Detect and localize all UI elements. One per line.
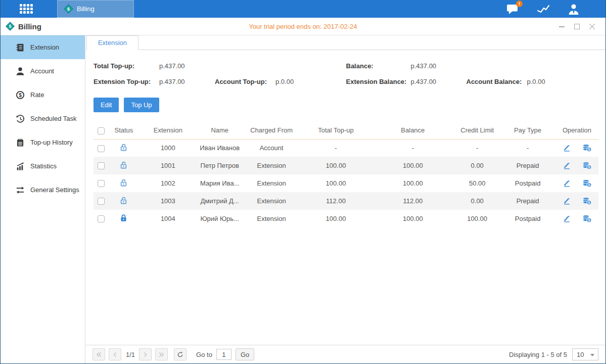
cell-status xyxy=(109,139,139,157)
lock-open-icon[interactable] xyxy=(119,196,128,205)
page-size-select[interactable]: 10 xyxy=(572,348,598,360)
refresh-icon xyxy=(177,351,183,358)
app-grid-menu-icon[interactable] xyxy=(20,4,35,14)
row-checkbox[interactable] xyxy=(98,180,105,187)
chevron-down-icon xyxy=(590,354,594,356)
top-up-coins-icon[interactable]: $ xyxy=(582,161,592,170)
sidebar-item-rate[interactable]: $ Rate xyxy=(1,83,85,107)
cell-credit-limit: 50.00 xyxy=(454,174,500,192)
top-up-coins-icon[interactable]: $ xyxy=(582,144,592,152)
cell-extension: 1000 xyxy=(139,139,197,157)
cell-pay-type: Postpaid xyxy=(500,210,555,228)
col-header-pay-type: Pay Type xyxy=(500,122,555,139)
billing-app-window: $ Billing ! xyxy=(0,0,606,364)
cell-pay-type: Postpaid xyxy=(500,174,555,192)
edit-button[interactable]: Edit xyxy=(94,98,119,112)
user-account-button[interactable] xyxy=(566,3,581,16)
minimize-icon[interactable] xyxy=(558,23,565,30)
table-row[interactable]: 1002 Мария Ива... Extension 100.00 100.0… xyxy=(94,174,598,192)
edit-pencil-icon[interactable] xyxy=(563,179,571,188)
row-checkbox[interactable] xyxy=(98,162,105,169)
dollar-circle-icon: $ xyxy=(16,90,25,100)
window-title-bar: $ Billing Your trial period ends on: 201… xyxy=(1,18,605,35)
table-row[interactable]: 1003 Дмитрий Д... Extension 112.00 112.0… xyxy=(94,192,598,210)
lock-open-icon[interactable] xyxy=(119,143,128,152)
extensions-table: Status Extension Name Charged From Total… xyxy=(94,122,598,228)
sidebar-item-scheduled-task[interactable]: Scheduled Task xyxy=(1,107,85,130)
go-button[interactable]: Go xyxy=(236,348,254,360)
edit-pencil-icon[interactable] xyxy=(563,144,571,152)
edit-pencil-icon[interactable] xyxy=(563,214,571,223)
top-up-coins-icon[interactable]: $ xyxy=(582,214,592,223)
app-tab-billing[interactable]: $ Billing xyxy=(57,0,134,18)
table-row[interactable]: 1004 Юрий Юрь... Extension 100.00 100.00… xyxy=(94,210,598,228)
extension-balance-label: Extension Balance: xyxy=(346,78,411,85)
tab-extension[interactable]: Extension xyxy=(86,35,138,50)
sidebar-item-statistics[interactable]: Statistics xyxy=(1,154,85,178)
svg-text:$: $ xyxy=(67,6,70,12)
col-header-status: Status xyxy=(109,122,139,139)
edit-pencil-icon[interactable] xyxy=(563,161,571,170)
billing-diamond-icon: $ xyxy=(6,22,15,31)
top-up-coins-icon[interactable]: $ xyxy=(582,197,592,205)
cell-credit-limit: 0.00 xyxy=(454,192,500,210)
messages-button[interactable]: ! xyxy=(505,3,521,16)
next-page-button[interactable] xyxy=(139,348,152,360)
col-header-operation: Operation xyxy=(555,122,598,139)
row-checkbox[interactable] xyxy=(98,215,105,222)
cell-total-topup: - xyxy=(301,139,371,157)
last-page-button[interactable] xyxy=(155,348,168,360)
cell-pay-type: Prepaid xyxy=(500,157,555,174)
reports-button[interactable] xyxy=(536,3,551,16)
lock-closed-icon[interactable] xyxy=(119,214,128,222)
account-balance-value: p.0.00 xyxy=(527,78,545,85)
cell-status xyxy=(109,192,139,210)
col-header-extension: Extension xyxy=(139,122,197,139)
goto-page-input[interactable] xyxy=(216,349,231,360)
cell-charged-from: Extension xyxy=(243,174,301,192)
cell-pay-type: - xyxy=(500,139,555,157)
sidebar-item-topup-history[interactable]: Top-up History xyxy=(1,130,85,154)
maximize-icon[interactable] xyxy=(574,23,580,30)
col-header-charged-from: Charged From xyxy=(243,122,301,139)
account-balance-label: Account Balance: xyxy=(467,78,527,85)
select-all-checkbox[interactable] xyxy=(98,127,105,134)
cell-extension: 1002 xyxy=(139,174,197,192)
cell-status xyxy=(109,157,139,174)
cell-total-topup: 100.00 xyxy=(301,174,371,192)
sidebar-item-general-settings[interactable]: General Settings xyxy=(1,178,85,202)
cell-balance: - xyxy=(371,139,454,157)
row-checkbox[interactable] xyxy=(98,145,105,152)
page-indicator: 1/1 xyxy=(126,351,135,358)
close-icon[interactable] xyxy=(589,23,595,30)
sidebar-item-label: Rate xyxy=(30,91,44,99)
lock-open-icon[interactable] xyxy=(119,178,128,187)
cell-extension: 1003 xyxy=(139,192,197,210)
app-tab-label: Billing xyxy=(77,5,95,13)
svg-text:$: $ xyxy=(588,183,590,187)
table-row[interactable]: 1000 Иван Иванов Account - - - - xyxy=(94,139,598,157)
first-page-button[interactable] xyxy=(92,348,105,360)
sidebar-item-label: General Settings xyxy=(30,186,79,194)
row-checkbox[interactable] xyxy=(98,198,105,205)
sidebar-item-extension[interactable]: Extension xyxy=(1,35,85,59)
svg-text:$: $ xyxy=(588,218,590,222)
display-range-info: Displaying 1 - 5 of 5 xyxy=(509,351,567,358)
cell-credit-limit: 0.00 xyxy=(454,157,500,174)
sidebar-item-label: Extension xyxy=(30,43,59,51)
cell-name: Мария Ива... xyxy=(197,174,243,192)
cell-balance: 100.00 xyxy=(371,210,454,228)
prev-page-button[interactable] xyxy=(109,348,121,360)
lock-open-icon[interactable] xyxy=(119,161,128,169)
extension-topup-value: p.437.00 xyxy=(159,78,215,85)
table-row[interactable]: 1001 Петр Петров Extension 100.00 100.00… xyxy=(94,157,598,174)
refresh-button[interactable] xyxy=(174,348,187,360)
top-up-button[interactable]: Top Up xyxy=(124,98,159,112)
top-up-coins-icon[interactable]: $ xyxy=(582,179,592,188)
balance-label: Balance: xyxy=(346,62,411,70)
top-app-bar: $ Billing ! xyxy=(1,0,605,18)
cell-status xyxy=(109,174,139,192)
cell-total-topup: 112.00 xyxy=(301,192,371,210)
sidebar-item-account[interactable]: Account xyxy=(1,59,85,83)
edit-pencil-icon[interactable] xyxy=(563,197,571,205)
